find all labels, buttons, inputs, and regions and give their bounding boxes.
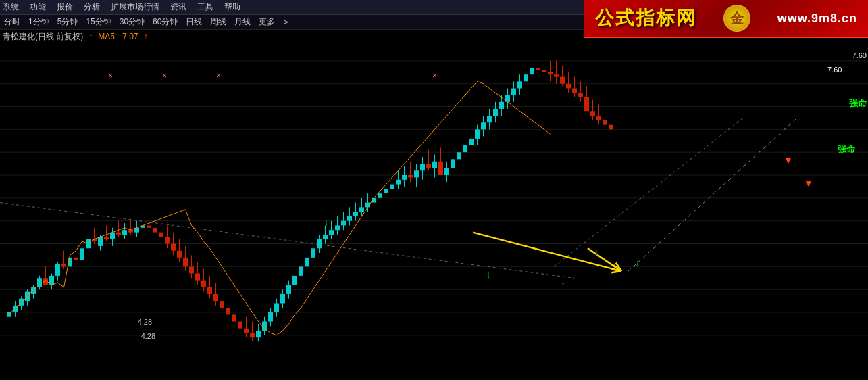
menu-item-tools[interactable]: 工具 <box>197 1 213 13</box>
chart-area: 7.60 -4.28 强命 <box>0 43 868 366</box>
menu-item-analysis[interactable]: 分析 <box>84 1 100 13</box>
brand-url: www.9m8.cn <box>777 11 857 26</box>
indicator-arrow-up: ↑ <box>88 32 93 41</box>
indicator-ma-arrow: ↑ <box>144 32 148 41</box>
menu-item-function[interactable]: 功能 <box>30 1 46 13</box>
indicator-name: 青松建化(日线 前复权) <box>3 31 83 43</box>
menu-item-system[interactable]: 系统 <box>3 1 19 13</box>
top-menu-bar: 系统 功能 报价 分析 扩展市场行情 资讯 工具 帮助 公式指标网 金 www.… <box>0 0 868 15</box>
menu-item-market[interactable]: 扩展市场行情 <box>111 1 159 13</box>
tf-daily[interactable]: 日线 <box>184 16 203 28</box>
tf-more[interactable]: 更多 <box>257 16 276 28</box>
menu-item-help[interactable]: 帮助 <box>224 1 240 13</box>
brand-header: 公式指标网 金 www.9m8.cn <box>584 0 868 38</box>
price-label-high: 7.60 <box>852 51 867 60</box>
menu-item-news[interactable]: 资讯 <box>170 1 186 13</box>
menu-item-quote[interactable]: 报价 <box>57 1 73 13</box>
tf-30min[interactable]: 30分钟 <box>118 16 146 28</box>
brand-coin: 金 <box>723 5 750 32</box>
tf-15min[interactable]: 15分钟 <box>84 16 112 28</box>
tf-monthly[interactable]: 月线 <box>233 16 252 28</box>
brand-title: 公式指标网 <box>595 5 696 31</box>
strong-label: 强命 <box>849 97 867 110</box>
tf-1min[interactable]: 1分钟 <box>27 16 51 28</box>
tf-60min[interactable]: 60分钟 <box>151 16 179 28</box>
indicator-ma-value: 7.07 <box>122 32 138 41</box>
indicator-ma-label: MA5: <box>98 32 117 41</box>
candlestick-chart[interactable] <box>0 43 868 366</box>
tf-5min[interactable]: 5分钟 <box>56 16 80 28</box>
tf-weekly[interactable]: 周线 <box>209 16 228 28</box>
tf-fenshi[interactable]: 分时 <box>3 16 22 28</box>
price-label-low: -4.28 <box>135 318 152 326</box>
tf-arrow[interactable]: > <box>282 18 289 27</box>
